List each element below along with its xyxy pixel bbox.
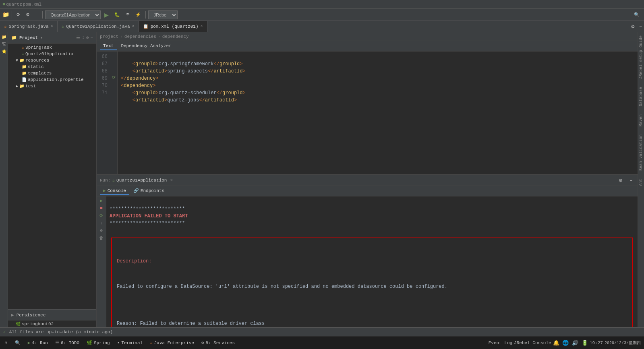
taskbar-jrebel-console[interactable]: JRebel Console	[514, 341, 551, 345]
run-config-close[interactable]: ×	[170, 178, 173, 183]
run-panel-header: Run: ☕ Quartz01Application × ⚙ −	[97, 175, 638, 186]
panel-icon-1[interactable]: ☰	[76, 35, 80, 40]
left-icon-project[interactable]: 📁	[1, 34, 7, 40]
profile-button[interactable]: ⚡	[133, 11, 143, 18]
run-clear-icon[interactable]: 🗑	[99, 235, 104, 241]
endpoints-icon: 🔗	[133, 188, 139, 193]
tree-item-springboot[interactable]: 🌿 springboot02	[8, 320, 96, 327]
panel-icon-2[interactable]: ↕	[82, 35, 85, 40]
tab-quartz-app[interactable]: ☕ Quartz01Application.java ×	[58, 21, 139, 32]
taskbar-services-icon: ⚙	[201, 340, 204, 345]
run-play-icon[interactable]: ▶	[100, 198, 103, 203]
run-minimize-button[interactable]: −	[628, 177, 634, 184]
run-settings-side-icon[interactable]: ⚙	[100, 228, 103, 233]
panel-icons: ☰ ↕ ⚙ −	[76, 35, 93, 40]
taskbar-btn-java-enterprise[interactable]: ☕ Java Enterprise	[147, 339, 197, 347]
jrebel-dropdown[interactable]: JRebel	[148, 10, 178, 19]
pom-close[interactable]: ×	[201, 24, 203, 29]
taskbar-windows-btn[interactable]: ⊞	[2, 339, 11, 347]
subtab-dependency-analyzer[interactable]: Dependency Analyzer	[118, 42, 174, 50]
run-button[interactable]: ▶	[102, 11, 111, 19]
tree-item-app-properties[interactable]: 📄 application.propertie	[8, 76, 96, 83]
tree-item-static[interactable]: 📁 static	[8, 64, 96, 70]
project-panel: 📁 Project ▾ ☰ ↕ ⚙ − ☕ SpringTask ☕ Quart…	[8, 32, 97, 327]
taskbar-event-log[interactable]: Event Log	[489, 341, 512, 345]
line-num-71: 71	[100, 89, 108, 97]
taskbar-btn-run[interactable]: ▶ 4: Run	[25, 339, 51, 347]
run-settings-button[interactable]: ⚙	[617, 177, 625, 184]
springtask-file-label: SpringTask	[25, 45, 52, 50]
project-dropdown-arrow[interactable]: ▾	[40, 35, 43, 40]
persistence-expand[interactable]: ▶	[11, 312, 14, 318]
console-tab-console[interactable]: ▶ Console	[100, 187, 129, 195]
run-config-dropdown[interactable]: Quartz01Application	[45, 10, 101, 19]
settings-gear-icon[interactable]: ⚙	[629, 21, 637, 32]
pom-file-label: pom.xml	[23, 2, 41, 7]
bottom-run-area: Run: ☕ Quartz01Application × ⚙ − ▶ Conso…	[97, 174, 638, 327]
tree-item-templates[interactable]: 📁 templates	[8, 70, 96, 76]
test-expand-icon: ▶	[16, 84, 18, 89]
tab-pom[interactable]: 📋 pom.xml (quartz01) ×	[139, 21, 207, 32]
console-stars-1: **************************	[110, 206, 185, 212]
minimize-editor-button[interactable]: −	[637, 21, 644, 32]
console-tab-endpoints[interactable]: 🔗 Endpoints	[130, 187, 168, 195]
status-message: All files are up-to-date (a minute ago)	[9, 330, 113, 335]
console-fail-text: APPLICATION FAILED TO START	[110, 213, 188, 219]
breadcrumb-project[interactable]: project	[100, 34, 118, 39]
taskbar-btn-todo[interactable]: ☰ 6: TODO	[52, 339, 83, 347]
search-button[interactable]: 🔍	[632, 11, 642, 18]
right-sidebar-jrebel[interactable]: JRebel setup Guide	[639, 35, 643, 79]
taskbar-right: Event Log JRebel Console 🔔 🌐 🔊 🔋 19:27 2…	[489, 340, 642, 346]
breadcrumb-dependencies[interactable]: dependencies	[124, 34, 156, 39]
tree-item-test[interactable]: ▶ 📁 test	[8, 83, 96, 89]
run-rerun-icon[interactable]: ⟳	[99, 213, 103, 218]
taskbar-run-label: 4: Run	[32, 341, 48, 345]
tree-item-resources[interactable]: ▼ 📁 resources	[8, 57, 96, 64]
settings-button[interactable]: ⚙	[24, 11, 32, 18]
error-message: Failed to configure a DataSource: 'url' …	[117, 283, 627, 291]
taskbar-btn-spring[interactable]: 🌿 Spring	[83, 339, 113, 347]
refresh-marker: ⟳	[112, 75, 116, 82]
right-sidebar-maven[interactable]: Maven	[639, 114, 643, 126]
tree-item-quartz-app[interactable]: ☕ Quartz01Applicatio	[8, 51, 96, 57]
taskbar-search-btn[interactable]: 🔍	[12, 339, 24, 347]
quartz-app-icon: ☕	[62, 24, 64, 29]
quartz-app-close[interactable]: ×	[132, 24, 135, 29]
breadcrumb-sep-2: ›	[158, 34, 161, 39]
minimize-button[interactable]: −	[33, 12, 40, 18]
taskbar-btn-services[interactable]: ⚙ 8: Services	[198, 339, 238, 347]
right-sidebar-database[interactable]: Database	[639, 87, 643, 106]
run-scroll-down-icon[interactable]: ↓	[100, 221, 103, 225]
subtab-text[interactable]: Text	[100, 42, 117, 50]
taskbar-btn-terminal[interactable]: ▪ Terminal	[114, 339, 146, 347]
right-sidebar-ant[interactable]: Ant	[639, 179, 643, 186]
left-icon-structure[interactable]: 🏗	[1, 41, 7, 47]
resources-folder-icon: 📁	[19, 58, 24, 63]
taskbar-system-icons: 🔔 🌐 🔊 🔋	[553, 340, 588, 346]
test-label: test	[25, 84, 36, 89]
left-icon-favorites[interactable]: ⭐	[1, 48, 7, 55]
tab-springtask[interactable]: ☕ SpringTask.java ×	[0, 21, 58, 32]
run-panel-label: Run: ☕ Quartz01Application ×	[100, 178, 173, 183]
console-text-area[interactable]: ************************** APPLICATION F…	[106, 196, 638, 327]
code-content[interactable]: <groupId>org.springframework</groupId> <…	[118, 52, 638, 174]
taskbar-java-icon: ☕	[150, 340, 153, 345]
panel-icon-close[interactable]: −	[90, 35, 93, 40]
panel-icon-3[interactable]: ⚙	[86, 35, 89, 40]
coverage-button[interactable]: ☂	[124, 11, 132, 18]
toolbar-separator-1	[12, 11, 12, 19]
breadcrumb-dependency[interactable]: dependency	[162, 34, 189, 39]
springtask-icon: ☕	[4, 24, 7, 29]
tree-item-springtask[interactable]: ☕ SpringTask	[8, 44, 96, 51]
springtask-close[interactable]: ×	[51, 24, 53, 29]
project-panel-title: Project	[19, 35, 38, 40]
debug-button[interactable]: 🐛	[112, 11, 122, 18]
sync-button[interactable]: ⟳	[14, 11, 22, 18]
breadcrumb: project › dependencies › dependency	[97, 32, 638, 41]
run-stop-icon[interactable]: ■	[100, 206, 103, 211]
taskbar: ⊞ 🔍 ▶ 4: Run ☰ 6: TODO 🌿 Spring ▪ Termin…	[0, 336, 644, 349]
project-breadcrumb: quartz	[6, 2, 22, 7]
project-icon: 📁	[2, 11, 9, 18]
right-sidebar-bean[interactable]: Bean validation	[639, 134, 643, 171]
toolbar-separator-3	[145, 11, 146, 19]
